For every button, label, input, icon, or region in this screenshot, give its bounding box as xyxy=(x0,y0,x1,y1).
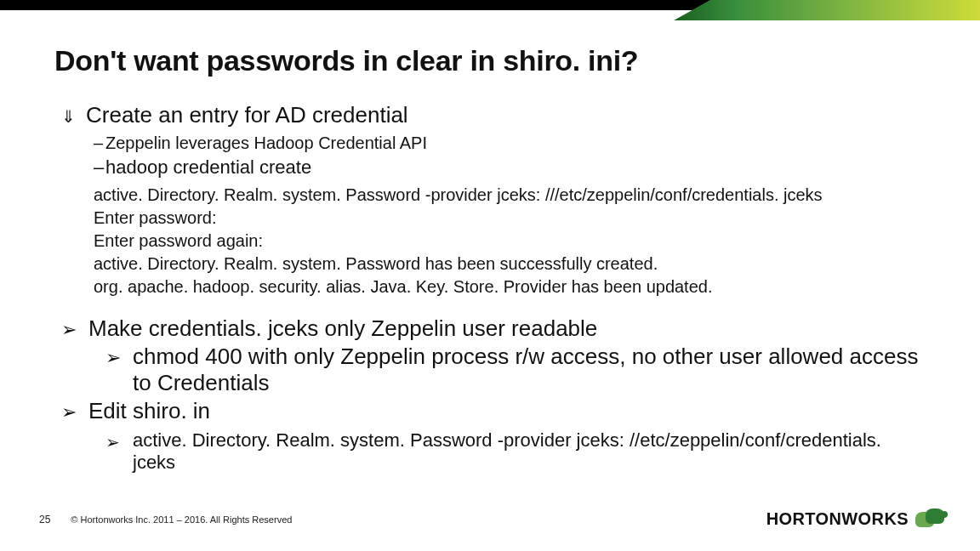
bullet-3: ➢ Edit shiro. in xyxy=(61,398,929,424)
bullet-3-sub-text: active. Directory. Realm. system. Passwo… xyxy=(133,429,929,474)
elephant-icon xyxy=(915,507,946,531)
slide-content: ⇓ Create an entry for AD credential –Zep… xyxy=(61,102,929,474)
brand-name: HORTONWORKS xyxy=(766,509,909,529)
bullet-1: ⇓ Create an entry for AD credential xyxy=(61,102,929,128)
page-number: 25 xyxy=(39,514,50,525)
top-bar-accent xyxy=(674,0,980,20)
down-arrow-icon: ⇓ xyxy=(61,106,76,127)
code-line-5: org. apache. hadoop. security. alias. Ja… xyxy=(94,276,929,298)
bullet-1-text: Create an entry for AD credential xyxy=(86,102,408,128)
bullet-1-sub-1-text: Zeppelin leverages Hadoop Credential API xyxy=(105,133,427,152)
dash-icon: – xyxy=(94,155,105,180)
bullet-2-text: Make credentials. jceks only Zeppelin us… xyxy=(88,315,597,342)
footer: 25 © Hortonworks Inc. 2011 – 2016. All R… xyxy=(39,514,292,525)
chevron-icon: ➢ xyxy=(105,432,124,452)
code-line-3: Enter password again: xyxy=(94,230,929,253)
brand-logo: HORTONWORKS xyxy=(766,507,946,531)
dash-icon: – xyxy=(94,132,105,155)
bullet-1-sub-2-text: hadoop credential create xyxy=(105,156,311,178)
code-line-1: active. Directory. Realm. system. Passwo… xyxy=(94,184,929,207)
slide: Don't want passwords in clear in shiro. … xyxy=(0,0,980,551)
code-line-2: Enter password: xyxy=(94,207,929,230)
chevron-icon: ➢ xyxy=(105,347,124,369)
chevron-icon: ➢ xyxy=(61,319,80,341)
bullet-2-sub: ➢ chmod 400 with only Zeppelin process r… xyxy=(105,344,929,396)
bullet-3-sub: ➢ active. Directory. Realm. system. Pass… xyxy=(105,429,929,474)
code-block: active. Directory. Realm. system. Passwo… xyxy=(94,184,929,298)
copyright-text: © Hortonworks Inc. 2011 – 2016. All Righ… xyxy=(71,514,292,525)
chevron-icon: ➢ xyxy=(61,401,80,423)
bullet-1-sub-1: –Zeppelin leverages Hadoop Credential AP… xyxy=(94,132,929,155)
bullet-1-sub-2: –hadoop credential create xyxy=(94,155,929,180)
bullet-2: ➢ Make credentials. jceks only Zeppelin … xyxy=(61,315,929,342)
bullet-2-sub-text: chmod 400 with only Zeppelin process r/w… xyxy=(133,344,929,396)
slide-title: Don't want passwords in clear in shiro. … xyxy=(54,44,638,77)
bullet-3-text: Edit shiro. in xyxy=(88,398,210,424)
code-line-4: active. Directory. Realm. system. Passwo… xyxy=(94,253,929,276)
